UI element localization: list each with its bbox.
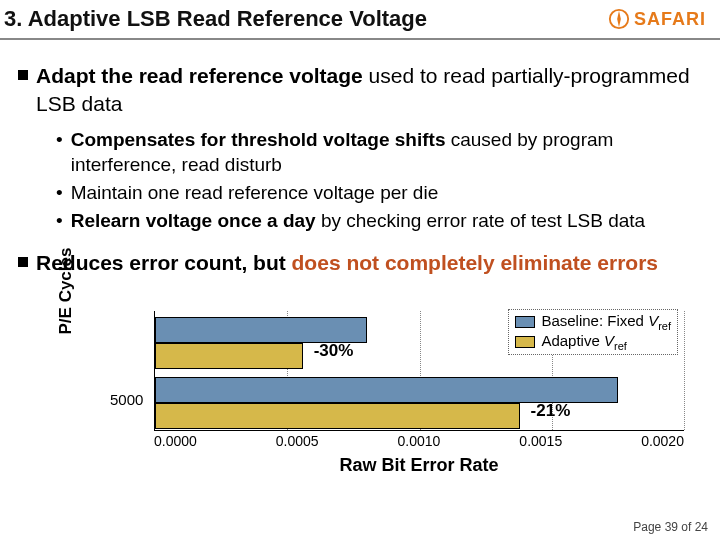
bullet-1-bold: Adapt the read reference voltage: [36, 64, 363, 87]
bar-baseline-0: [155, 317, 367, 343]
chart-plot-area: -30% -21% Baseline: Fixed Vref Adaptive …: [154, 311, 684, 431]
sub-2-rest: Maintain one read reference voltage per …: [71, 182, 439, 203]
xtick: 0.0015: [519, 433, 562, 449]
legend-swatch-adaptive: [515, 336, 535, 348]
chart-xlabel: Raw Bit Error Rate: [154, 455, 684, 476]
sub-bullet-1: • Compensates for threshold voltage shif…: [56, 127, 702, 178]
logo-text: SAFARI: [634, 9, 706, 30]
chart-annotation-2: -21%: [531, 401, 571, 421]
title-bar: 3. Adaptive LSB Read Reference Voltage S…: [0, 0, 720, 40]
bullet-1-text: Adapt the read reference voltage used to…: [36, 62, 702, 119]
chart: P/E Cycles 5000 -30% -21% Baseline: Fixe…: [64, 311, 700, 481]
sub-3-rest: by checking error rate of test LSB data: [316, 210, 646, 231]
safari-logo: SAFARI: [608, 8, 706, 30]
sub-bullet-2: • Maintain one read reference voltage pe…: [56, 180, 702, 206]
bar-adaptive-0: [155, 343, 303, 369]
legend-label-adaptive: Adaptive Vref: [541, 332, 626, 352]
slide: 3. Adaptive LSB Read Reference Voltage S…: [0, 0, 720, 540]
legend-row-adaptive: Adaptive Vref: [515, 332, 671, 352]
xtick: 0.0005: [276, 433, 319, 449]
dot-icon: •: [56, 208, 63, 234]
chart-legend: Baseline: Fixed Vref Adaptive Vref: [508, 309, 678, 355]
compass-icon: [608, 8, 630, 30]
slide-body: Adapt the read reference voltage used to…: [0, 40, 720, 278]
chart-ytick-5000: 5000: [110, 391, 143, 408]
legend-swatch-baseline: [515, 316, 535, 328]
chart-ylabel: P/E Cycles: [56, 231, 76, 351]
sub-bullet-list: • Compensates for threshold voltage shif…: [56, 127, 702, 234]
slide-title: 3. Adaptive LSB Read Reference Voltage: [4, 6, 427, 32]
bar-adaptive-5000: [155, 403, 520, 429]
xtick: 0.0020: [641, 433, 684, 449]
sub-bullet-3: • Relearn voltage once a day by checking…: [56, 208, 702, 234]
bullet-2-em: does not completely eliminate errors: [292, 251, 658, 274]
chart-annotation-1: -30%: [314, 341, 354, 361]
xtick: 0.0010: [398, 433, 441, 449]
bar-baseline-5000: [155, 377, 618, 403]
sub-3-bold: Relearn voltage once a day: [71, 210, 316, 231]
square-bullet-icon: [18, 70, 28, 80]
legend-label-baseline: Baseline: Fixed Vref: [541, 312, 671, 332]
bullet-main-2: Reduces error count, but does not comple…: [18, 249, 702, 277]
dot-icon: •: [56, 180, 63, 206]
bullet-main-1: Adapt the read reference voltage used to…: [18, 62, 702, 119]
xtick: 0.0000: [154, 433, 197, 449]
square-bullet-icon: [18, 257, 28, 267]
bullet-2-text: Reduces error count, but does not comple…: [36, 249, 658, 277]
dot-icon: •: [56, 127, 63, 153]
legend-row-baseline: Baseline: Fixed Vref: [515, 312, 671, 332]
sub-1-bold: Compensates for threshold voltage shifts: [71, 129, 446, 150]
chart-xticks: 0.0000 0.0005 0.0010 0.0015 0.0020: [154, 433, 684, 449]
page-footer: Page 39 of 24: [633, 520, 708, 534]
gridline: [684, 311, 685, 430]
